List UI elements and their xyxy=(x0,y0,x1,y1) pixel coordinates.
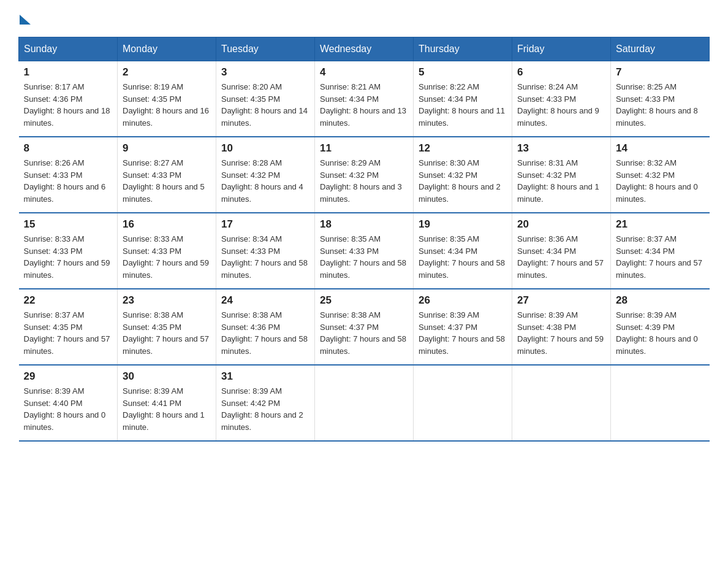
day-number: 27 xyxy=(517,294,605,307)
weekday-header-friday: Friday xyxy=(512,37,611,61)
day-info: Sunrise: 8:24 AMSunset: 4:33 PMDaylight:… xyxy=(517,82,599,128)
calendar-cell: 9 Sunrise: 8:27 AMSunset: 4:33 PMDayligh… xyxy=(118,137,216,213)
day-number: 3 xyxy=(221,66,309,79)
day-info: Sunrise: 8:39 AMSunset: 4:41 PMDaylight:… xyxy=(123,386,205,432)
calendar-cell: 11 Sunrise: 8:29 AMSunset: 4:32 PMDaylig… xyxy=(315,137,414,213)
day-number: 28 xyxy=(616,294,705,307)
day-number: 13 xyxy=(517,142,605,155)
calendar-cell: 22 Sunrise: 8:37 AMSunset: 4:35 PMDaylig… xyxy=(19,289,118,365)
calendar-week-row: 29 Sunrise: 8:39 AMSunset: 4:40 PMDaylig… xyxy=(19,365,710,441)
day-number: 7 xyxy=(616,66,705,79)
calendar-week-row: 22 Sunrise: 8:37 AMSunset: 4:35 PMDaylig… xyxy=(19,289,710,365)
calendar-cell: 28 Sunrise: 8:39 AMSunset: 4:39 PMDaylig… xyxy=(611,289,710,365)
calendar-table: SundayMondayTuesdayWednesdayThursdayFrid… xyxy=(18,37,710,442)
day-info: Sunrise: 8:30 AMSunset: 4:32 PMDaylight:… xyxy=(419,158,501,204)
day-number: 12 xyxy=(419,142,507,155)
calendar-cell: 26 Sunrise: 8:39 AMSunset: 4:37 PMDaylig… xyxy=(414,289,512,365)
weekday-header-saturday: Saturday xyxy=(611,37,710,61)
day-info: Sunrise: 8:37 AMSunset: 4:35 PMDaylight:… xyxy=(24,310,110,356)
calendar-cell: 5 Sunrise: 8:22 AMSunset: 4:34 PMDayligh… xyxy=(414,61,512,137)
calendar-cell: 20 Sunrise: 8:36 AMSunset: 4:34 PMDaylig… xyxy=(512,213,611,289)
day-number: 1 xyxy=(24,66,113,79)
weekday-header-sunday: Sunday xyxy=(19,37,118,61)
calendar-cell: 23 Sunrise: 8:38 AMSunset: 4:35 PMDaylig… xyxy=(118,289,216,365)
weekday-header-thursday: Thursday xyxy=(414,37,512,61)
day-info: Sunrise: 8:38 AMSunset: 4:37 PMDaylight:… xyxy=(320,310,406,356)
day-info: Sunrise: 8:34 AMSunset: 4:33 PMDaylight:… xyxy=(221,234,308,280)
calendar-week-row: 1 Sunrise: 8:17 AMSunset: 4:36 PMDayligh… xyxy=(19,61,710,137)
calendar-cell: 3 Sunrise: 8:20 AMSunset: 4:35 PMDayligh… xyxy=(216,61,315,137)
day-number: 15 xyxy=(24,218,113,231)
day-number: 19 xyxy=(419,218,507,231)
calendar-cell: 2 Sunrise: 8:19 AMSunset: 4:35 PMDayligh… xyxy=(118,61,216,137)
calendar-cell: 12 Sunrise: 8:30 AMSunset: 4:32 PMDaylig… xyxy=(414,137,512,213)
day-info: Sunrise: 8:35 AMSunset: 4:34 PMDaylight:… xyxy=(419,234,505,280)
calendar-cell: 1 Sunrise: 8:17 AMSunset: 4:36 PMDayligh… xyxy=(19,61,118,137)
day-number: 25 xyxy=(320,294,408,307)
day-info: Sunrise: 8:28 AMSunset: 4:32 PMDaylight:… xyxy=(221,158,303,204)
calendar-cell: 18 Sunrise: 8:35 AMSunset: 4:33 PMDaylig… xyxy=(315,213,414,289)
calendar-cell xyxy=(611,365,710,441)
day-info: Sunrise: 8:39 AMSunset: 4:40 PMDaylight:… xyxy=(24,386,106,432)
day-number: 14 xyxy=(616,142,705,155)
calendar-cell: 15 Sunrise: 8:33 AMSunset: 4:33 PMDaylig… xyxy=(19,213,118,289)
day-number: 2 xyxy=(123,66,211,79)
calendar-body: 1 Sunrise: 8:17 AMSunset: 4:36 PMDayligh… xyxy=(19,61,710,442)
day-number: 16 xyxy=(123,218,211,231)
calendar-cell: 27 Sunrise: 8:39 AMSunset: 4:38 PMDaylig… xyxy=(512,289,611,365)
calendar-cell: 21 Sunrise: 8:37 AMSunset: 4:34 PMDaylig… xyxy=(611,213,710,289)
day-number: 8 xyxy=(24,142,113,155)
day-info: Sunrise: 8:31 AMSunset: 4:32 PMDaylight:… xyxy=(517,158,599,204)
calendar-cell: 19 Sunrise: 8:35 AMSunset: 4:34 PMDaylig… xyxy=(414,213,512,289)
day-info: Sunrise: 8:39 AMSunset: 4:39 PMDaylight:… xyxy=(616,310,698,356)
calendar-cell: 24 Sunrise: 8:38 AMSunset: 4:36 PMDaylig… xyxy=(216,289,315,365)
day-info: Sunrise: 8:38 AMSunset: 4:35 PMDaylight:… xyxy=(123,310,209,356)
day-info: Sunrise: 8:19 AMSunset: 4:35 PMDaylight:… xyxy=(123,82,209,128)
calendar-cell: 31 Sunrise: 8:39 AMSunset: 4:42 PMDaylig… xyxy=(216,365,315,441)
day-number: 21 xyxy=(616,218,705,231)
calendar-cell: 16 Sunrise: 8:33 AMSunset: 4:33 PMDaylig… xyxy=(118,213,216,289)
day-info: Sunrise: 8:25 AMSunset: 4:33 PMDaylight:… xyxy=(616,82,698,128)
day-info: Sunrise: 8:39 AMSunset: 4:38 PMDaylight:… xyxy=(517,310,604,356)
day-number: 5 xyxy=(419,66,507,79)
calendar-cell: 4 Sunrise: 8:21 AMSunset: 4:34 PMDayligh… xyxy=(315,61,414,137)
day-number: 30 xyxy=(123,370,211,383)
day-info: Sunrise: 8:36 AMSunset: 4:34 PMDaylight:… xyxy=(517,234,604,280)
day-number: 26 xyxy=(419,294,507,307)
day-info: Sunrise: 8:29 AMSunset: 4:32 PMDaylight:… xyxy=(320,158,402,204)
weekday-header-row: SundayMondayTuesdayWednesdayThursdayFrid… xyxy=(19,37,710,61)
day-info: Sunrise: 8:20 AMSunset: 4:35 PMDaylight:… xyxy=(221,82,308,128)
calendar-cell xyxy=(414,365,512,441)
day-info: Sunrise: 8:32 AMSunset: 4:32 PMDaylight:… xyxy=(616,158,698,204)
calendar-cell: 6 Sunrise: 8:24 AMSunset: 4:33 PMDayligh… xyxy=(512,61,611,137)
day-number: 9 xyxy=(123,142,211,155)
day-info: Sunrise: 8:38 AMSunset: 4:36 PMDaylight:… xyxy=(221,310,308,356)
calendar-cell: 17 Sunrise: 8:34 AMSunset: 4:33 PMDaylig… xyxy=(216,213,315,289)
day-info: Sunrise: 8:37 AMSunset: 4:34 PMDaylight:… xyxy=(616,234,702,280)
calendar-cell: 29 Sunrise: 8:39 AMSunset: 4:40 PMDaylig… xyxy=(19,365,118,441)
day-number: 31 xyxy=(221,370,309,383)
day-info: Sunrise: 8:33 AMSunset: 4:33 PMDaylight:… xyxy=(123,234,209,280)
calendar-cell: 14 Sunrise: 8:32 AMSunset: 4:32 PMDaylig… xyxy=(611,137,710,213)
day-number: 10 xyxy=(221,142,309,155)
day-number: 4 xyxy=(320,66,408,79)
weekday-header-monday: Monday xyxy=(118,37,216,61)
weekday-header-wednesday: Wednesday xyxy=(315,37,414,61)
day-info: Sunrise: 8:39 AMSunset: 4:37 PMDaylight:… xyxy=(419,310,505,356)
calendar-cell: 25 Sunrise: 8:38 AMSunset: 4:37 PMDaylig… xyxy=(315,289,414,365)
calendar-cell: 7 Sunrise: 8:25 AMSunset: 4:33 PMDayligh… xyxy=(611,61,710,137)
day-number: 20 xyxy=(517,218,605,231)
day-info: Sunrise: 8:22 AMSunset: 4:34 PMDaylight:… xyxy=(419,82,505,128)
calendar-cell: 13 Sunrise: 8:31 AMSunset: 4:32 PMDaylig… xyxy=(512,137,611,213)
day-number: 24 xyxy=(221,294,309,307)
day-info: Sunrise: 8:39 AMSunset: 4:42 PMDaylight:… xyxy=(221,386,303,432)
day-number: 22 xyxy=(24,294,113,307)
calendar-cell: 8 Sunrise: 8:26 AMSunset: 4:33 PMDayligh… xyxy=(19,137,118,213)
day-number: 29 xyxy=(24,370,113,383)
calendar-cell: 30 Sunrise: 8:39 AMSunset: 4:41 PMDaylig… xyxy=(118,365,216,441)
day-info: Sunrise: 8:35 AMSunset: 4:33 PMDaylight:… xyxy=(320,234,406,280)
logo xyxy=(18,12,31,25)
day-number: 23 xyxy=(123,294,211,307)
calendar-week-row: 8 Sunrise: 8:26 AMSunset: 4:33 PMDayligh… xyxy=(19,137,710,213)
day-number: 6 xyxy=(517,66,605,79)
